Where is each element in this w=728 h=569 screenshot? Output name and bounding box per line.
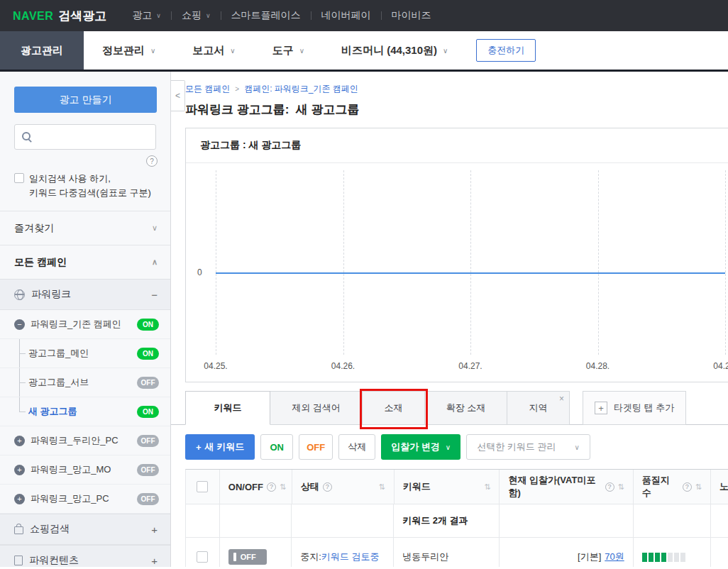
summary-cell — [220, 504, 292, 537]
nav-report[interactable]: 보고서 ∨ — [174, 31, 253, 70]
add-targeting-tab-label: 타겟팅 탭 추가 — [614, 402, 674, 414]
collapse-minus-icon[interactable]: − — [151, 289, 158, 301]
nav-tools[interactable]: 도구 ∨ — [254, 31, 323, 70]
tree-campaign-mango-mo[interactable]: + 파워링크_망고_MO OFF — [0, 455, 170, 485]
header-quality-index[interactable]: 품질지수 ? ⇅ — [634, 470, 711, 504]
sort-icon[interactable]: ⇅ — [618, 482, 624, 492]
expand-plus-icon[interactable]: + — [151, 555, 158, 567]
gridline — [216, 170, 216, 355]
table-row: OFF 중지:키워드 검토중 냉동두리안 [기본] 70원 — [186, 538, 728, 567]
status-review-link[interactable]: 키워드 검토중 — [321, 551, 380, 563]
search-help-row: ? — [0, 150, 170, 167]
sidebar-section-shopping[interactable]: 쇼핑검색 + — [0, 514, 170, 545]
campaign-search-input[interactable] — [38, 125, 163, 149]
breadcrumb-all-campaigns[interactable]: 모든 캠페인 — [185, 83, 230, 95]
sort-icon[interactable]: ⇅ — [378, 482, 385, 492]
campaign-label: 파워링크_망고_PC — [31, 492, 109, 505]
tab-negative-keywords[interactable]: 제외 검색어 — [270, 391, 363, 425]
tab-negative-keywords-label: 제외 검색어 — [292, 402, 341, 414]
expand-plus-icon[interactable]: + — [151, 524, 158, 536]
x-axis-tick: 04.26. — [331, 361, 355, 371]
keyword-table: ON/OFF ? ⇅ 상태 ? ⇅ 키워드 ⇅ 현재 입찰가(VAT미포함) — [185, 469, 728, 567]
new-keyword-button[interactable]: + 새 키워드 — [185, 434, 255, 460]
help-icon[interactable]: ? — [267, 482, 276, 492]
delete-button[interactable]: 삭제 — [338, 434, 375, 460]
tab-creatives[interactable]: 소재 — [363, 391, 425, 425]
campaign-expand-icon[interactable]: + — [14, 436, 25, 446]
tree-campaign-mango-pc[interactable]: + 파워링크_망고_PC OFF — [0, 485, 170, 514]
sidebar-section-powercontents[interactable]: 파워컨텐츠 + — [0, 545, 170, 567]
add-targeting-tab-button[interactable]: + 타겟팅 탭 추가 — [583, 391, 686, 425]
bulk-on-button[interactable]: ON — [260, 434, 293, 460]
tab-region[interactable]: 지역 × — [507, 391, 570, 425]
status-badge-off: OFF — [137, 377, 159, 389]
tree-adgroup-new-selected[interactable]: 새 광고그룹 ON — [0, 397, 170, 426]
summary-cell — [500, 504, 634, 537]
keyword-off-toggle[interactable]: OFF — [228, 549, 267, 565]
tree-campaign-powerlink-existing[interactable]: − 파워링크_기존 캠페인 ON — [0, 310, 170, 339]
chevron-up-icon: ∧ — [152, 258, 158, 267]
chevron-down-icon: ∨ — [206, 12, 211, 19]
close-icon[interactable]: × — [559, 394, 564, 404]
header-onoff[interactable]: ON/OFF ? ⇅ — [220, 470, 292, 504]
topmenu-naverpay[interactable]: 네이버페이 — [311, 9, 381, 22]
nav-info-management[interactable]: 정보관리 ∨ — [84, 31, 174, 70]
header-impressions[interactable]: 노출수 — [711, 470, 728, 504]
nav-ad-management[interactable]: 광고관리 — [0, 31, 84, 70]
help-icon[interactable]: ? — [146, 155, 158, 167]
header-status[interactable]: 상태 ? ⇅ — [292, 470, 395, 504]
status-badge-off: OFF — [137, 435, 159, 447]
charge-button[interactable]: 충전하기 — [476, 39, 536, 62]
campaign-expand-icon[interactable]: + — [14, 465, 25, 475]
keyword-toolbar: + 새 키워드 ON OFF 삭제 입찰가 변경 ∨ 선택한 키워드 관리 ∨ — [171, 425, 728, 469]
campaign-label: 파워링크_기존 캠페인 — [31, 318, 121, 331]
header-current-bid[interactable]: 현재 입찰가(VAT미포함) ? ⇅ — [500, 470, 633, 504]
tree-adgroup-main[interactable]: 광고그룹_메인 ON — [0, 339, 170, 368]
tab-keywords[interactable]: 키워드 — [185, 391, 270, 425]
topmenu-shopping[interactable]: 쇼핑 ∨ — [172, 9, 221, 22]
header-select-all — [186, 470, 220, 504]
sidebar-item-all-campaigns[interactable]: 모든 캠페인 ∧ — [0, 245, 170, 279]
topmenu-mybiz-label: 마이비즈 — [392, 9, 431, 22]
header-keyword-label: 키워드 — [403, 480, 431, 493]
sort-icon[interactable]: ⇅ — [484, 482, 490, 492]
header-keyword[interactable]: 키워드 ⇅ — [395, 470, 500, 504]
help-icon[interactable]: ? — [605, 482, 614, 492]
select-all-checkbox[interactable] — [197, 481, 208, 492]
topmenu-mybiz[interactable]: 마이비즈 — [382, 9, 441, 22]
match-search-checkbox[interactable] — [14, 173, 24, 183]
adgroup-label: 새 광고그룹 — [28, 405, 77, 418]
manage-selected-dropdown[interactable]: 선택한 키워드 관리 ∨ — [466, 434, 590, 460]
x-axis-tick: 04.25. — [204, 361, 227, 371]
summary-cell: 키워드 2개 결과 — [394, 504, 500, 537]
topmenu-ad[interactable]: 광고 ∨ — [122, 9, 171, 22]
sort-icon[interactable]: ⇅ — [280, 482, 286, 492]
tree-campaign-durian-pc[interactable]: + 파워링크_두리안_PC OFF — [0, 426, 170, 455]
sort-icon[interactable]: ⇅ — [695, 482, 702, 492]
bulk-off-button[interactable]: OFF — [299, 434, 333, 460]
topmenu-smartplace[interactable]: 스마트플레이스 — [221, 9, 311, 22]
chevron-down-icon: ∨ — [230, 47, 235, 55]
nav-bizmoney[interactable]: 비즈머니 (44,310원) ∨ — [323, 31, 466, 70]
tree-adgroup-sub[interactable]: 광고그룹_서브 OFF — [0, 368, 170, 397]
sidebar-collapse-button[interactable]: < — [171, 80, 185, 111]
help-icon[interactable]: ? — [323, 482, 332, 492]
sidebar-item-favorites[interactable]: 즐겨찾기 ∨ — [0, 211, 170, 245]
tab-extensions[interactable]: 확장 소재 — [425, 391, 507, 425]
x-axis-tick: 04.29. — [713, 361, 728, 371]
row-select-cell — [186, 538, 220, 567]
chevron-down-icon: ∨ — [150, 47, 155, 55]
adgroup-chart-panel: 광고그룹 : 새 광고그룹 0 04.25. 04.26. 04. — [185, 128, 728, 382]
match-search-label: 일치검색 사용 하기, 키워드 다중검색(쉼표로 구분) — [29, 172, 151, 199]
create-ad-button[interactable]: 광고 만들기 — [14, 87, 157, 113]
row-checkbox[interactable] — [197, 551, 208, 563]
help-icon[interactable]: ? — [683, 482, 692, 492]
campaign-collapse-icon[interactable]: − — [14, 319, 25, 330]
naver-logo[interactable]: NAVER 검색광고 — [13, 8, 106, 24]
bid-amount-link[interactable]: 70원 — [605, 551, 624, 563]
breadcrumb-current-campaign[interactable]: 캠페인: 파워링크_기존 캠페인 — [244, 83, 358, 95]
row-onoff-cell: OFF — [220, 538, 292, 567]
sidebar-section-powerlink[interactable]: 파워링크 − — [0, 279, 170, 310]
change-bid-button[interactable]: 입찰가 변경 ∨ — [381, 434, 460, 460]
campaign-expand-icon[interactable]: + — [14, 494, 25, 504]
